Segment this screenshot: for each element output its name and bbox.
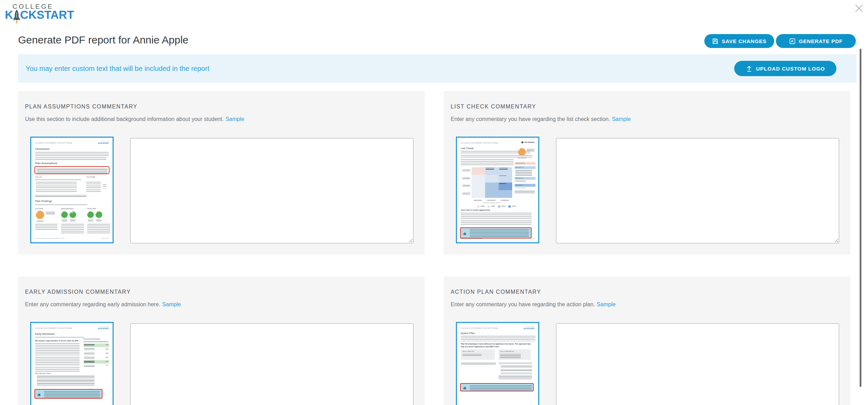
opps-circle: 2 (61, 211, 68, 218)
save-icon (712, 38, 719, 44)
sample-link[interactable]: Sample (597, 301, 615, 307)
academy-icon (521, 141, 524, 144)
caption-line (88, 220, 93, 221)
row-lines (84, 344, 95, 346)
action-plan-commentary-input[interactable] (556, 323, 839, 405)
strategy-row (83, 348, 109, 351)
wave2-circle: 4 (96, 211, 102, 218)
sidebar-bar-reaches: REACHES (4) (515, 166, 535, 169)
bullet-lines (501, 366, 532, 368)
strategy-row (83, 356, 109, 359)
strategy-row (83, 364, 109, 368)
matrix-cell-likely (499, 190, 512, 198)
mini-label-early-admission: Early Admission (61, 208, 74, 210)
mini-subheading-found: We found 2 opportunities to boost odds b… (35, 340, 79, 342)
early-admission-commentary-input[interactable] (130, 323, 413, 405)
section-heading: ACTION PLAN COMMENTARY (451, 289, 541, 295)
bullet-lines (37, 379, 95, 382)
strategy-row-green (83, 360, 109, 364)
upload-icon (746, 65, 753, 72)
row-pct (106, 345, 108, 345)
sidebar-bar-unlikelies: UNLIKELIES (0) (515, 162, 535, 165)
close-icon[interactable] (852, 1, 866, 15)
kickstart-mini-logo: COLLEGEKICKSTART (98, 326, 109, 330)
bullet-lines (501, 373, 532, 374)
thumbnail-list-check[interactable]: COLLEGE PLAN SUMMARY FOR KEITH KEENE The… (456, 137, 539, 243)
legend-label (491, 206, 495, 207)
mini-heading-action-plan: Action Plan (461, 332, 475, 335)
mini-label-notes: Early Admission Notes (35, 373, 51, 374)
save-changes-button[interactable]: SAVE CHANGES (704, 34, 774, 48)
academy-mini-logo: The Academy (522, 141, 534, 143)
sample-link[interactable]: Sample (612, 116, 631, 122)
page-title: Generate PDF report for Annie Apple (18, 34, 188, 46)
thumbnail-action-plan[interactable]: COLLEGE PLAN SUMMARY FOR KEITH KEENE COL… (456, 322, 539, 405)
generate-pdf-button[interactable]: GENERATE PDF (776, 34, 856, 48)
mini-logo-kickstart: KICKSTART (98, 327, 109, 330)
list-check-commentary-input[interactable] (556, 138, 839, 243)
text-lines (35, 367, 80, 372)
x-axis-title (483, 203, 500, 204)
row-pct (106, 349, 108, 349)
x-axis-label (501, 200, 509, 201)
mini-lead-text: Take full advantage of early admission b… (461, 343, 534, 348)
thumbnail-early-admission[interactable]: COLLEGE PLAN SUMMARY FOR KEITH KEENE COL… (30, 322, 114, 405)
row-lines (84, 353, 95, 354)
matrix-cell-reach (499, 175, 512, 183)
upload-custom-logo-button[interactable]: UPLOAD CUSTOM LOGO (734, 61, 836, 76)
strategy-row (83, 352, 109, 355)
banner-message: You may enter custom text that will be i… (26, 54, 209, 83)
wave2-title: Wave 2 (Might Avoid) (500, 350, 514, 352)
thumbs-up-icon (463, 386, 467, 390)
advisor-callout-box (34, 389, 103, 399)
row-lines (84, 357, 95, 358)
vertical-scrollbar-thumb[interactable] (860, 49, 861, 387)
sample-link[interactable]: Sample (226, 116, 244, 122)
row-lines (84, 365, 95, 367)
callout-text-lines (470, 229, 529, 237)
text-lines (527, 149, 534, 152)
highlighted-paragraph-red-box (34, 166, 109, 174)
text-lines (461, 336, 535, 341)
text-lines (61, 224, 84, 234)
mini-label-your-list: Your List (35, 176, 42, 178)
axis-label-lines (462, 170, 470, 172)
matrix-cell-reach (499, 167, 512, 175)
commentary-textarea-wrap (130, 323, 413, 405)
pdf-icon (789, 38, 796, 44)
cell-label-lines (499, 176, 506, 177)
text-lines (35, 337, 84, 338)
axis-label-lines (462, 193, 470, 195)
legend-label (512, 206, 516, 207)
description-text: Use this section to include additional b… (25, 116, 224, 122)
boost-circle: 28% (69, 211, 76, 218)
legend-label (501, 206, 506, 207)
text-lines (35, 204, 87, 205)
plan-assumptions-commentary-input[interactable] (130, 138, 413, 243)
advisor-callout-box (460, 383, 534, 391)
info-banner: You may enter custom text that will be i… (18, 54, 857, 83)
mini-label-your-profile: Your Profile (86, 176, 95, 178)
row-pct (106, 353, 108, 354)
mini-footer-left-line (461, 238, 482, 239)
college-kickstart-logo: COLLEGE KCKSTART (3, 2, 72, 24)
row-lines (84, 348, 95, 350)
mini-heading-plan-findings: Plan Findings (35, 200, 52, 203)
matrix-cell-likely (485, 190, 499, 198)
legend-chip-target (498, 205, 500, 208)
caption-line (36, 221, 43, 221)
grade-circle: C (518, 148, 526, 156)
matrix-cell-target (485, 175, 499, 183)
section-plan-assumptions: PLAN ASSUMPTIONS COMMENTARY Use this sec… (18, 91, 425, 254)
pdf-preview-page: COLLEGE PLAN SUMMARY FOR KEITH KEENE The… (457, 138, 538, 242)
section-heading: LIST CHECK COMMENTARY (451, 104, 536, 110)
commentary-textarea-wrap (556, 323, 839, 405)
x-axis-label (487, 200, 496, 201)
sample-link[interactable]: Sample (162, 301, 181, 307)
thumbs-up-icon (37, 392, 41, 396)
text-lines (499, 375, 532, 379)
thumbnail-plan-assumptions[interactable]: COLLEGE PLAN SUMMARY FOR KEITH KEENE COL… (30, 137, 114, 243)
wave2-box: Wave 2 (Might Avoid) (499, 349, 531, 360)
pdf-preview-page: COLLEGE PLAN SUMMARY FOR KEITH KEENE COL… (457, 323, 538, 405)
footnote-lines (515, 191, 535, 194)
